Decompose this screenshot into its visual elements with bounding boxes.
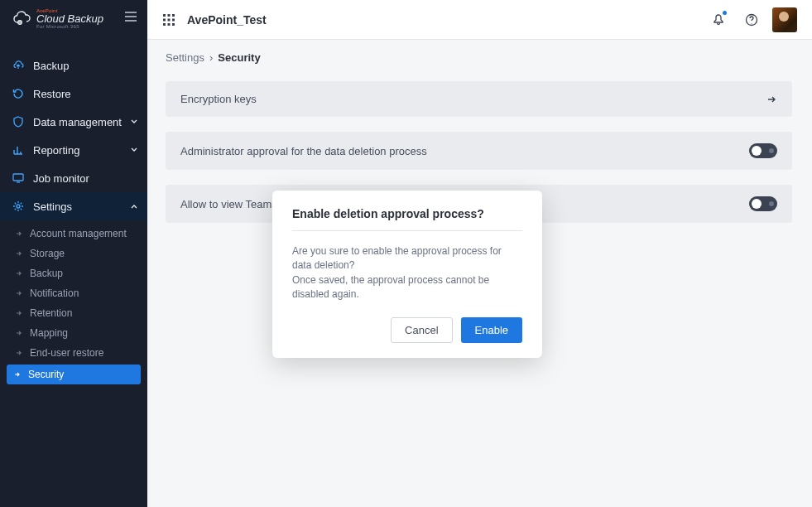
svg-rect-11: [172, 23, 175, 26]
svg-point-2: [17, 205, 20, 208]
subnav-label: Security: [28, 369, 64, 380]
card-admin-approval: Administrator approval for the data dele…: [166, 132, 792, 170]
arrow-right-icon: [766, 94, 777, 105]
enable-button[interactable]: Enable: [461, 317, 522, 343]
app-launcher-icon[interactable]: [162, 13, 175, 27]
notification-dot: [723, 11, 727, 15]
subnav-label: End-user restore: [30, 347, 103, 359]
settings-subnav: Account management Storage Backup Notifi…: [0, 220, 147, 389]
arrow-right-icon: [15, 289, 23, 297]
modal-title: Enable deletion approval process?: [292, 207, 522, 231]
sidebar-item-label: Reporting: [33, 144, 79, 157]
sidebar-item-label: Restore: [33, 88, 71, 100]
card-title: Encryption keys: [180, 93, 257, 105]
arrow-right-icon: [15, 269, 23, 278]
modal-body-line: Are you sure to enable the approval proc…: [292, 245, 502, 271]
cancel-button[interactable]: Cancel: [391, 317, 452, 343]
subnav-notification[interactable]: Notification: [0, 283, 147, 303]
modal-body: Are you sure to enable the approval proc…: [292, 231, 522, 317]
brand-sub: For Microsoft 365: [36, 24, 103, 29]
cloud-up-icon: [12, 59, 25, 72]
svg-rect-9: [163, 23, 166, 26]
sidebar-item-restore[interactable]: Restore: [0, 80, 147, 108]
chart-icon: [12, 143, 25, 157]
subnav-label: Account management: [30, 228, 127, 239]
restore-icon: [12, 87, 25, 100]
svg-rect-10: [168, 23, 171, 26]
sidebar: AvePoint Cloud Backup For Microsoft 365 …: [0, 0, 147, 507]
breadcrumb-root[interactable]: Settings: [166, 51, 204, 64]
svg-rect-1: [13, 174, 23, 181]
subnav-end-user-restore[interactable]: End-user restore: [0, 343, 147, 363]
nav: Backup Restore Data management Reporting: [0, 51, 147, 389]
toggle-admin-approval[interactable]: [749, 143, 777, 158]
subnav-label: Storage: [30, 248, 65, 259]
svg-rect-5: [172, 14, 175, 17]
avatar[interactable]: [772, 7, 797, 32]
svg-rect-3: [163, 14, 166, 17]
sidebar-item-reporting[interactable]: Reporting: [0, 136, 147, 164]
subnav-account-management[interactable]: Account management: [0, 224, 147, 244]
sidebar-item-label: Backup: [33, 60, 69, 72]
shield-icon: [12, 115, 25, 128]
modal-body-line: Once saved, the approval process cannot …: [292, 274, 489, 300]
sidebar-item-data-management[interactable]: Data management: [0, 108, 147, 136]
subnav-retention[interactable]: Retention: [0, 303, 147, 323]
subnav-label: Retention: [30, 307, 72, 319]
cloud-icon: [10, 10, 31, 27]
breadcrumb-sep: ›: [209, 51, 213, 64]
sidebar-item-label: Data management: [33, 116, 122, 128]
org-name: AvePoint_Test: [187, 13, 267, 27]
svg-rect-4: [168, 14, 171, 17]
chevron-up-icon: [131, 203, 137, 210]
bell-icon: [712, 13, 725, 27]
help-icon: [745, 13, 758, 27]
modal-actions: Cancel Enable: [292, 317, 522, 343]
sidebar-item-label: Job monitor: [33, 172, 89, 185]
subnav-backup[interactable]: Backup: [0, 263, 147, 283]
breadcrumb-current: Security: [218, 51, 260, 64]
hamburger-icon[interactable]: [124, 11, 137, 26]
product-logo[interactable]: AvePoint Cloud Backup For Microsoft 365: [10, 8, 103, 29]
sidebar-item-job-monitor[interactable]: Job monitor: [0, 164, 147, 192]
gear-icon: [12, 200, 25, 213]
arrow-right-icon: [15, 229, 23, 238]
sidebar-header: AvePoint Cloud Backup For Microsoft 365: [0, 0, 147, 40]
subnav-label: Notification: [30, 287, 79, 299]
subnav-label: Backup: [30, 268, 63, 279]
arrow-right-icon: [15, 249, 23, 258]
arrow-right-icon: [13, 370, 22, 379]
monitor-icon: [12, 171, 25, 185]
chevron-down-icon: [131, 118, 137, 125]
card-title: Administrator approval for the data dele…: [180, 145, 427, 157]
svg-rect-7: [168, 18, 171, 21]
help-button[interactable]: [739, 7, 764, 32]
sidebar-item-settings[interactable]: Settings: [0, 192, 147, 220]
sidebar-item-label: Settings: [33, 200, 72, 213]
card-encryption-keys[interactable]: Encryption keys: [166, 81, 792, 117]
subnav-label: Mapping: [30, 327, 68, 339]
arrow-right-icon: [15, 309, 23, 317]
arrow-right-icon: [15, 349, 23, 357]
toggle-teams-chat[interactable]: [749, 196, 777, 211]
notifications-button[interactable]: [706, 7, 731, 32]
svg-rect-6: [163, 18, 166, 21]
subnav-storage[interactable]: Storage: [0, 244, 147, 263]
subnav-mapping[interactable]: Mapping: [0, 323, 147, 343]
sidebar-item-backup[interactable]: Backup: [0, 51, 147, 80]
breadcrumb: Settings › Security: [166, 51, 261, 64]
brand-title: Cloud Backup: [36, 13, 103, 24]
arrow-right-icon: [15, 329, 23, 337]
chevron-down-icon: [131, 147, 137, 153]
svg-rect-8: [172, 18, 175, 21]
modal-enable-deletion-approval: Enable deletion approval process? Are yo…: [272, 191, 542, 358]
topbar: AvePoint_Test: [147, 0, 812, 40]
subnav-security[interactable]: Security: [7, 365, 141, 384]
